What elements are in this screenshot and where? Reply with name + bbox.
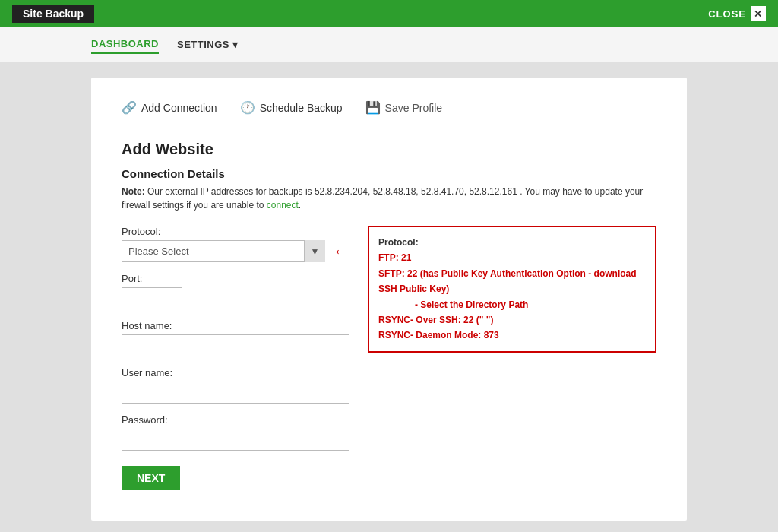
content-card: 🔗 Add Connection 🕐 Schedule Backup 💾 Sav… [91,78,687,521]
page-title: Add Website [122,141,656,158]
note-text: Note: Our external IP addresses for back… [122,185,656,212]
clock-icon: 🕐 [240,100,255,115]
add-connection-label: Add Connection [141,102,217,114]
port-group: Port: [122,273,349,309]
note-prefix: Note: [122,186,145,197]
protocol-wrapper: Please Select FTP SFTP RSYNC - Over SSH … [122,240,349,262]
tooltip-sftp: SFTP: 22 (has Public Key Authentication … [378,266,646,297]
connect-link[interactable]: connect [267,200,299,211]
arrow-indicator: ← [333,242,349,261]
save-profile-label: Save Profile [385,102,442,114]
form-section: Protocol: Please Select FTP SFTP RSYNC -… [122,226,656,490]
protocol-group: Protocol: Please Select FTP SFTP RSYNC -… [122,226,349,262]
username-group: User name: [122,367,349,404]
topbar: Site Backup CLOSE ✕ [0,0,778,27]
schedule-backup-label: Schedule Backup [260,102,343,114]
save-icon: 💾 [365,100,381,115]
close-label: CLOSE [708,8,746,20]
close-icon[interactable]: ✕ [751,6,766,21]
schedule-backup-button[interactable]: 🕐 Schedule Backup [240,100,343,115]
main-wrapper: 🔗 Add Connection 🕐 Schedule Backup 💾 Sav… [0,62,778,532]
protocol-select[interactable]: Please Select FTP SFTP RSYNC - Over SSH … [122,240,325,262]
nav-item-settings[interactable]: SETTINGS ▾ [177,36,239,53]
username-label: User name: [122,367,349,378]
port-label: Port: [122,273,349,284]
tooltip-rsync-daemon: RSYNC- Daemon Mode: 873 [378,328,646,343]
card-toolbar: 🔗 Add Connection 🕐 Schedule Backup 💾 Sav… [122,100,656,122]
tooltip-box: Protocol: FTP: 21 SFTP: 22 (has Public K… [368,226,656,353]
close-button[interactable]: CLOSE ✕ [708,6,766,21]
tooltip-title: Protocol: [378,235,646,250]
nav-item-dashboard[interactable]: DASHBOARD [91,35,159,54]
tooltip-sftp-sub: - Select the Directory Path [378,297,646,312]
hostname-label: Host name: [122,320,349,331]
app-title: Site Backup [12,5,94,23]
password-input[interactable] [122,429,349,451]
hostname-group: Host name: [122,320,349,356]
username-input[interactable] [122,382,349,404]
add-connection-button[interactable]: 🔗 Add Connection [122,100,217,115]
link-icon: 🔗 [122,100,137,115]
password-group: Password: [122,414,349,451]
form-fields: Protocol: Please Select FTP SFTP RSYNC -… [122,226,349,490]
nav-bar: DASHBOARD SETTINGS ▾ [0,27,778,62]
hostname-input[interactable] [122,334,349,356]
section-title: Connection Details [122,167,656,180]
protocol-select-wrap: Please Select FTP SFTP RSYNC - Over SSH … [122,240,325,262]
save-profile-button[interactable]: 💾 Save Profile [365,100,442,115]
tooltip-rsync-ssh: RSYNC- Over SSH: 22 (" ") [378,312,646,328]
note-body: Our external IP addresses for backups is… [122,186,643,211]
chevron-down-icon: ▾ [232,39,239,50]
password-label: Password: [122,414,349,426]
tooltip-ftp: FTP: 21 [378,250,646,265]
next-button[interactable]: NEXT [122,466,180,490]
protocol-label: Protocol: [122,226,349,237]
note-end: . [299,200,301,211]
port-input[interactable] [122,287,182,309]
